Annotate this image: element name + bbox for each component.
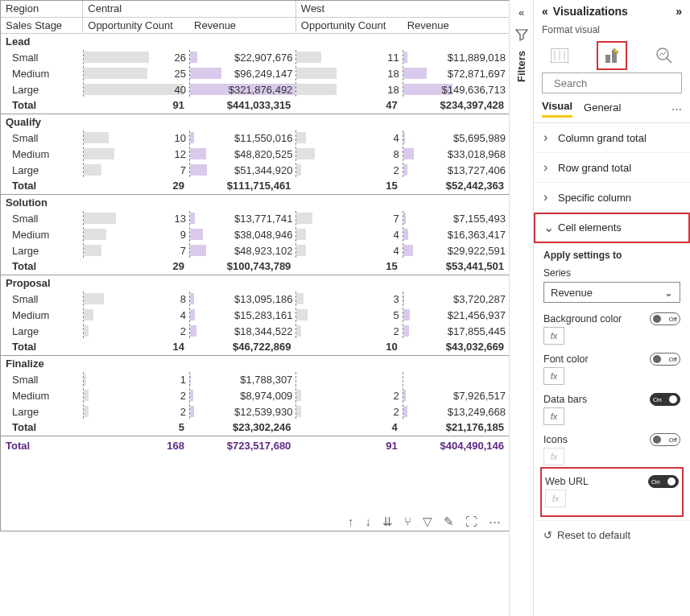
format-visual-icon[interactable] — [601, 45, 623, 66]
tabs-more-icon[interactable]: ⋯ — [671, 103, 682, 115]
table-row: Large 2 $18,344,522 2 $17,855,445 — [1, 323, 509, 339]
bg-color-fx[interactable]: fx — [543, 327, 564, 345]
web-url-toggle[interactable]: On — [648, 475, 679, 488]
card-specific-column[interactable]: Specific column — [534, 183, 690, 213]
card-cell-elements[interactable]: Cell elements — [534, 213, 690, 243]
filter-funnel-icon — [515, 28, 528, 41]
tab-visual[interactable]: Visual — [542, 100, 572, 118]
row-label[interactable]: Large — [1, 323, 83, 339]
matrix-visual[interactable]: Region Central West Sales Stage Opportun… — [0, 0, 509, 531]
drill-down-icon[interactable]: ↓ — [366, 515, 372, 529]
group-header[interactable]: Solution — [1, 194, 83, 210]
header-west[interactable]: West — [295, 1, 509, 17]
row-label[interactable]: Large — [1, 242, 83, 258]
table-row: Medium 9 $38,048,946 4 $16,363,417 — [1, 226, 509, 242]
spotlight-icon[interactable]: ✎ — [444, 515, 454, 529]
format-search[interactable] — [542, 72, 682, 93]
font-color-label: Font color — [543, 353, 589, 365]
row-label[interactable]: Small — [1, 130, 83, 146]
data-cell: 2 — [295, 403, 402, 420]
header-opp-count-w[interactable]: Opportunity Count — [295, 17, 402, 33]
group-header[interactable]: Proposal — [1, 275, 83, 291]
data-cell: 7 — [83, 242, 189, 258]
analytics-icon[interactable] — [653, 45, 676, 66]
data-bars-toggle[interactable]: On — [650, 393, 680, 406]
series-select[interactable]: Revenue ⌄ — [543, 282, 680, 303]
reset-to-default[interactable]: ↺ Reset to default — [534, 520, 690, 549]
more-options-icon[interactable]: ⋯ — [489, 515, 501, 529]
data-bars-fx[interactable]: fx — [543, 407, 564, 425]
header-region[interactable]: Region — [1, 1, 83, 17]
row-label[interactable]: Large — [1, 403, 83, 420]
data-bars-label: Data bars — [543, 394, 587, 405]
data-cell: $13,249,668 — [403, 403, 509, 420]
svg-line-7 — [667, 58, 671, 63]
data-cell: 18 — [295, 81, 402, 97]
data-cell: 2 — [83, 387, 189, 403]
data-cell: 2 — [295, 387, 402, 403]
font-color-fx[interactable]: fx — [543, 367, 564, 385]
group-header[interactable]: Lead — [1, 33, 83, 49]
row-label[interactable]: Large — [1, 162, 83, 178]
row-label[interactable]: Small — [1, 210, 83, 226]
tab-general[interactable]: General — [584, 101, 621, 117]
row-label[interactable]: Medium — [1, 146, 83, 162]
header-revenue-c[interactable]: Revenue — [189, 17, 295, 33]
build-visual-icon[interactable] — [548, 45, 571, 66]
data-cell: $13,095,186 — [189, 291, 295, 307]
expand-hierarchy-icon[interactable]: ⑂ — [404, 515, 411, 529]
data-cell: 2 — [83, 323, 189, 339]
expand-viz-icon[interactable]: » — [676, 5, 682, 18]
viz-subtitle: Format visual — [534, 23, 690, 42]
icons-toggle[interactable]: Off — [650, 433, 680, 446]
data-cell: 4 — [83, 307, 189, 323]
row-label[interactable]: Large — [1, 81, 83, 97]
table-row: Small 26 $22,907,676 11 $11,889,018 — [1, 49, 509, 65]
table-row: Small 1 $1,788,307 — [1, 371, 509, 387]
filter-icon[interactable]: ▽ — [423, 515, 432, 529]
row-label[interactable]: Medium — [1, 65, 83, 81]
table-row: Large 40 $321,876,492 18 $149,636,713 — [1, 81, 509, 97]
data-cell: $13,771,741 — [189, 210, 295, 226]
row-label[interactable]: Medium — [1, 307, 83, 323]
data-cell: $3,720,287 — [403, 291, 509, 307]
visual-action-bar: ↑ ↓ ⇊ ⑂ ▽ ✎ ⛶ ⋯ — [1, 510, 509, 531]
header-sales-stage[interactable]: Sales Stage — [1, 17, 83, 33]
data-cell: $22,907,676 — [189, 49, 295, 65]
focus-mode-icon[interactable]: ⛶ — [465, 515, 477, 529]
drill-up-icon[interactable]: ↑ — [348, 515, 354, 529]
table-row: Medium 4 $15,283,161 5 $21,456,937 — [1, 307, 509, 323]
header-opp-count-c[interactable]: Opportunity Count — [83, 17, 189, 33]
bg-color-toggle[interactable]: Off — [650, 312, 680, 325]
header-central[interactable]: Central — [83, 1, 296, 17]
row-label[interactable]: Small — [1, 49, 83, 65]
data-cell: $18,344,522 — [189, 323, 295, 339]
card-column-grand-total[interactable]: Column grand total — [534, 123, 690, 153]
data-cell: 4 — [295, 226, 402, 242]
row-label[interactable]: Small — [1, 371, 83, 387]
row-label[interactable]: Medium — [1, 226, 83, 242]
grand-total-row: Total 168$723,517,68091$404,490,146 — [1, 436, 509, 453]
group-header[interactable]: Qualify — [1, 114, 83, 130]
data-cell: 7 — [83, 162, 189, 178]
expand-down-icon[interactable]: ⇊ — [382, 515, 393, 529]
font-color-toggle[interactable]: Off — [650, 353, 680, 366]
card-row-grand-total[interactable]: Row grand total — [534, 153, 690, 183]
icons-fx[interactable]: fx — [543, 448, 564, 465]
subtotal-row: Total 5$23,302,2464$21,176,185 — [1, 420, 509, 436]
data-cell: $48,923,102 — [189, 242, 295, 258]
filters-pane-collapsed[interactable]: « Filters — [509, 0, 533, 616]
data-cell: 13 — [83, 210, 189, 226]
data-cell: $11,889,018 — [403, 49, 509, 65]
group-header[interactable]: Finalize — [1, 355, 83, 371]
web-url-fx[interactable]: fx — [545, 490, 566, 507]
collapse-viz-icon[interactable]: « — [542, 5, 548, 18]
apply-settings-label: Apply settings to — [543, 250, 680, 261]
expand-filters-icon[interactable]: « — [519, 6, 524, 19]
format-search-input[interactable] — [552, 76, 690, 90]
header-revenue-w[interactable]: Revenue — [403, 17, 509, 33]
data-cell: $38,048,946 — [189, 226, 295, 242]
row-label[interactable]: Medium — [1, 387, 83, 403]
row-label[interactable]: Small — [1, 291, 83, 307]
table-row: Small 10 $11,550,016 4 $5,695,989 — [1, 130, 509, 146]
